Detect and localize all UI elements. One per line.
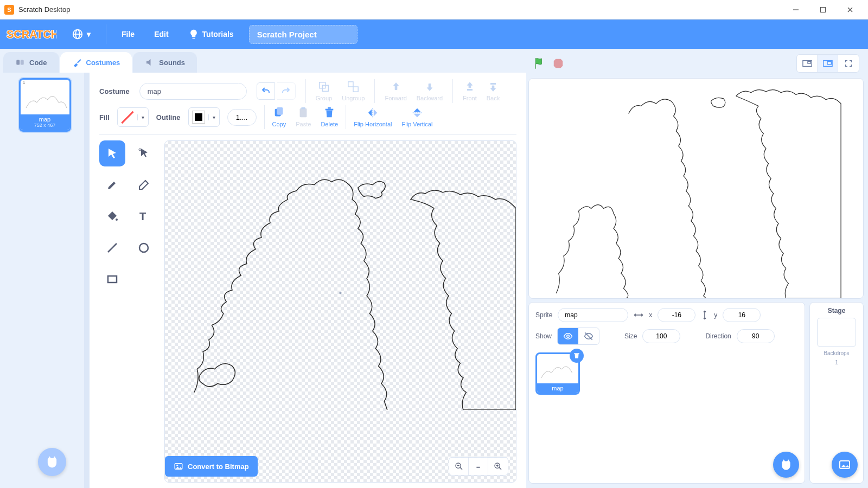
tab-costumes[interactable]: Costumes [60, 52, 132, 73]
paint-editor: Costume Group Ungroup Forward Backward [90, 73, 526, 488]
window-titlebar: S Scratch Desktop [0, 0, 868, 20]
stroke-width-input[interactable] [227, 109, 257, 126]
window-close-button[interactable] [837, 1, 864, 18]
backward-button[interactable]: Backward [417, 81, 443, 101]
hide-sprite-button[interactable] [578, 328, 599, 344]
project-name-input[interactable]: Scratch Project [249, 25, 358, 44]
eraser-tool[interactable] [131, 172, 157, 198]
stage-panel: Stage Backdrops 1 [809, 302, 864, 484]
code-icon [15, 57, 25, 67]
sprite-name-input[interactable] [558, 308, 628, 322]
tab-sounds[interactable]: Sounds [133, 52, 197, 73]
sprite-info-panel: Sprite x y Show Size [528, 302, 805, 484]
add-sprite-fab[interactable] [773, 452, 799, 478]
costume-list-scrollbar[interactable] [84, 73, 90, 488]
chevron-down-icon: ▾ [208, 114, 219, 120]
sprite-tile[interactable]: map [535, 352, 580, 395]
back-button[interactable]: Back [487, 81, 500, 101]
fill-swatch[interactable]: ▾ [117, 107, 149, 127]
rectangle-tool[interactable] [99, 266, 125, 292]
brush-tool[interactable] [99, 172, 125, 198]
svg-line-34 [460, 467, 462, 470]
svg-rect-29 [108, 276, 117, 282]
language-menu[interactable]: ▾ [67, 25, 95, 43]
stage-title: Stage [828, 307, 846, 314]
line-tool[interactable] [99, 235, 125, 261]
show-sprite-button[interactable] [558, 328, 578, 344]
tab-code[interactable]: Code [3, 52, 59, 73]
editor-tabs: Code Costumes Sounds [0, 49, 526, 73]
stage-header [528, 52, 864, 75]
brush-icon [72, 57, 82, 67]
x-arrow-icon [634, 311, 643, 319]
sprite-size-input[interactable] [642, 329, 680, 343]
stage-preview[interactable] [528, 78, 864, 299]
text-tool[interactable]: T [131, 203, 157, 229]
paint-tools: T [99, 140, 157, 483]
stage-backdrop-thumb[interactable] [817, 318, 856, 347]
add-costume-fab[interactable] [38, 448, 66, 476]
file-menu[interactable]: File [117, 27, 139, 42]
y-arrow-icon [701, 310, 709, 320]
outline-swatch[interactable]: ▾ [188, 107, 220, 127]
group-button[interactable]: Group [316, 81, 333, 101]
image-icon [838, 458, 851, 471]
fill-label: Fill [99, 113, 110, 121]
copy-button[interactable]: Copy [272, 107, 286, 127]
menu-bar: SCRATCH ▾ File Edit Tutorials Scratch Pr… [0, 20, 868, 49]
edit-menu[interactable]: Edit [150, 27, 173, 42]
svg-marker-40 [554, 59, 563, 68]
zoom-out-button[interactable] [449, 458, 469, 475]
convert-to-bitmap-button[interactable]: Convert to Bitmap [165, 456, 258, 477]
svg-point-30 [339, 292, 341, 294]
fill-tool[interactable] [99, 203, 125, 229]
flip-horizontal-button[interactable]: Flip Horizontal [354, 107, 392, 127]
zoom-reset-button[interactable]: = [469, 458, 488, 475]
select-tool[interactable] [99, 140, 125, 166]
stage-small-button[interactable] [797, 55, 818, 72]
zoom-controls: = [449, 457, 508, 476]
svg-rect-9 [21, 60, 24, 65]
ungroup-button[interactable]: Ungroup [342, 81, 365, 101]
paste-button[interactable]: Paste [296, 107, 311, 127]
forward-button[interactable]: Forward [385, 81, 406, 101]
scratch-logo[interactable]: SCRATCH [7, 25, 56, 43]
stage-large-button[interactable] [818, 55, 838, 72]
costume-dims: 752 x 467 [21, 123, 69, 128]
svg-rect-44 [827, 61, 831, 64]
svg-rect-8 [16, 60, 20, 65]
circle-tool[interactable] [131, 235, 157, 261]
tutorials-menu[interactable]: Tutorials [184, 25, 238, 43]
undo-button[interactable] [257, 82, 275, 100]
window-minimize-button[interactable] [782, 1, 809, 18]
costume-artwork [165, 141, 516, 410]
costume-thumb[interactable]: 1 map 752 x 467 [19, 78, 71, 132]
svg-rect-21 [328, 107, 331, 109]
svg-rect-15 [490, 84, 495, 85]
sprite-y-input[interactable] [723, 308, 761, 322]
zoom-in-button[interactable] [488, 458, 508, 475]
costume-name-input[interactable] [139, 83, 247, 100]
redo-button[interactable] [277, 82, 296, 100]
delete-button[interactable]: Delete [321, 107, 338, 127]
add-backdrop-fab[interactable] [832, 452, 858, 478]
window-maximize-button[interactable] [809, 1, 837, 18]
cat-icon [44, 454, 60, 470]
svg-text:SCRATCH: SCRATCH [7, 28, 56, 40]
sprite-direction-input[interactable] [737, 329, 775, 343]
flip-vertical-button[interactable]: Flip Vertical [402, 107, 433, 127]
delete-sprite-button[interactable] [570, 349, 584, 363]
stage-fullscreen-button[interactable] [838, 55, 859, 72]
svg-rect-20 [326, 109, 334, 111]
chevron-down-icon: ▾ [137, 114, 148, 120]
tab-costumes-label: Costumes [86, 59, 120, 67]
svg-point-47 [567, 335, 570, 338]
paint-canvas[interactable]: Convert to Bitmap = [164, 140, 516, 483]
sprite-x-input[interactable] [658, 308, 695, 322]
svg-rect-18 [300, 108, 307, 118]
front-button[interactable]: Front [463, 81, 477, 101]
stop-button[interactable] [552, 57, 564, 69]
green-flag-button[interactable] [533, 56, 547, 70]
reshape-tool[interactable] [131, 140, 157, 166]
sprite-label: Sprite [535, 311, 552, 319]
